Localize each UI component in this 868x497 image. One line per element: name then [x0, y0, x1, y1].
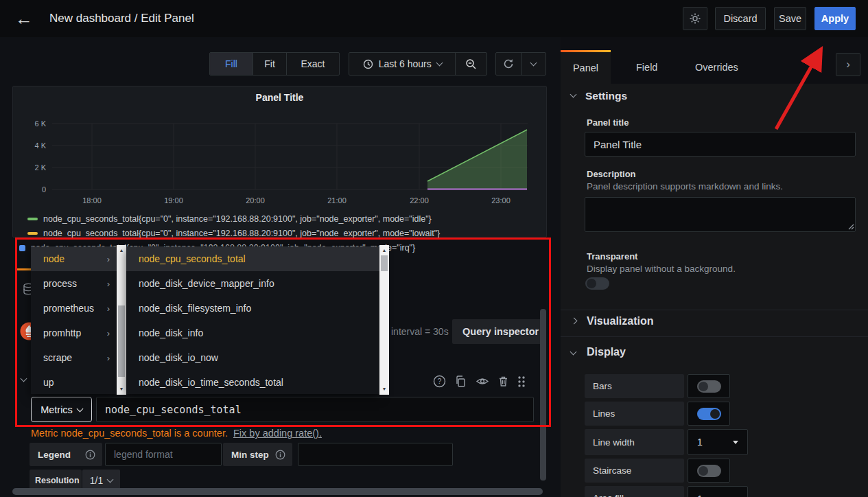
fix-rate-link[interactable]: Fix by adding rate().: [233, 428, 322, 439]
legend-field-label-text: Legend: [38, 450, 71, 460]
description-textarea[interactable]: [585, 197, 856, 232]
area-fill-select[interactable]: 1: [688, 486, 748, 497]
transparent-label: Transparent: [587, 251, 637, 262]
scrollbar-thumb[interactable]: [381, 255, 388, 271]
svg-text:?: ?: [438, 377, 442, 385]
menu-item-label: up: [43, 377, 54, 388]
area-fill-value: 1: [697, 494, 703, 497]
trash-icon[interactable]: [497, 375, 510, 388]
panel-options-pane: Settings Panel title Description Panel d…: [561, 84, 868, 497]
back-arrow-icon[interactable]: ←: [15, 8, 33, 30]
min-step-input[interactable]: [298, 443, 453, 466]
legend-label[interactable]: node_cpu_seconds_total{cpu="0", instance…: [43, 229, 440, 238]
scrollbar-thumb[interactable]: [118, 305, 125, 377]
metrics-dropdown-button[interactable]: Metrics: [31, 397, 92, 422]
counter-warning: Metric node_cpu_seconds_total is a count…: [31, 428, 322, 439]
query-editor-scrollbar[interactable]: [540, 309, 546, 481]
metric-option-label: node_disk_device_mapper_info: [139, 278, 274, 289]
x-tick: 21:00: [327, 196, 347, 205]
scroll-up-icon[interactable]: ▲: [382, 247, 387, 254]
options-sidebar: Panel Field Overrides › Settings Panel t…: [561, 37, 868, 497]
panel-preview-title[interactable]: Panel Title: [13, 92, 546, 103]
query-inspector-button[interactable]: Query inspector: [452, 319, 542, 344]
area-series-idle: [427, 130, 527, 189]
legend-item[interactable]: node_cpu_seconds_total{cpu="0", instance…: [27, 212, 432, 226]
menu-item-process[interactable]: process ›: [31, 271, 117, 296]
time-range-picker[interactable]: Last 6 hours: [349, 53, 455, 75]
visualization-section-title[interactable]: Visualization: [587, 315, 654, 327]
lines-toggle-box: [688, 402, 730, 426]
discard-button[interactable]: Discard: [715, 7, 766, 30]
panel-title-label: Panel title: [587, 117, 629, 128]
line-width-label: Line width: [585, 429, 684, 455]
eye-icon[interactable]: [476, 375, 489, 388]
tab-overrides[interactable]: Overrides: [695, 62, 738, 73]
metric-option[interactable]: node_disk_io_time_seconds_total: [126, 370, 379, 395]
time-controls-group: Last 6 hours: [349, 52, 487, 76]
size-mode-fill[interactable]: Fill: [210, 53, 253, 75]
group-menu-scrollbar[interactable]: ▲ ▼: [117, 245, 126, 395]
query-collapse-chevron-icon[interactable]: [21, 375, 27, 382]
time-range-label: Last 6 hours: [379, 58, 432, 69]
apply-button[interactable]: Apply: [814, 7, 856, 30]
menu-item-up[interactable]: up: [31, 370, 117, 395]
save-button[interactable]: Save: [774, 7, 806, 30]
tab-panel[interactable]: Panel: [561, 50, 611, 84]
legend-item[interactable]: node_cpu_seconds_total{cpu="0", instance…: [27, 227, 440, 240]
metric-option[interactable]: node_disk_io_now: [126, 345, 379, 370]
bars-toggle[interactable]: [697, 380, 721, 393]
series-color-swatch: [27, 232, 38, 235]
menu-item-prometheus[interactable]: prometheus ›: [31, 296, 117, 321]
help-icon[interactable]: ?: [433, 375, 446, 388]
x-tick: 23:00: [491, 196, 511, 205]
y-tick: 0: [42, 185, 46, 194]
size-mode-exact[interactable]: Exact: [286, 53, 339, 75]
resize-handle-icon[interactable]: [848, 224, 854, 230]
panel-size-mode-group: Fill Fit Exact: [209, 52, 340, 76]
scroll-up-icon[interactable]: ▲: [119, 247, 124, 254]
refresh-button[interactable]: [496, 53, 521, 75]
menu-item-scrape[interactable]: scrape ›: [31, 345, 117, 370]
display-collapse-icon[interactable]: [570, 349, 577, 356]
metric-option[interactable]: node_disk_info: [126, 321, 379, 345]
zoom-out-button[interactable]: [455, 53, 486, 75]
line-width-select[interactable]: 1: [688, 429, 748, 455]
legend-format-input[interactable]: [105, 443, 222, 466]
horizontal-scrollbar[interactable]: [12, 488, 543, 495]
legend-label[interactable]: node_cpu_seconds_total{cpu="0", instance…: [43, 214, 432, 224]
refresh-interval-dropdown[interactable]: [521, 53, 546, 75]
toggle-knob: [699, 466, 708, 476]
metric-option[interactable]: node_disk_device_mapper_info: [126, 271, 379, 296]
metric-option-selected[interactable]: node_cpu_seconds_total: [126, 246, 379, 271]
breadcrumb: New dashboard / Edit Panel: [49, 0, 194, 37]
collapse-right-icon: ›: [846, 58, 850, 71]
toggle-knob: [710, 409, 720, 419]
settings-section-title[interactable]: Settings: [585, 90, 627, 102]
menu-item-promhttp[interactable]: promhttp ›: [31, 321, 117, 345]
transparent-toggle[interactable]: [585, 277, 609, 290]
tab-field[interactable]: Field: [636, 62, 657, 73]
panel-settings-button[interactable]: [683, 7, 707, 30]
visualization-collapse-icon[interactable]: [571, 318, 578, 325]
promql-query-input[interactable]: [96, 397, 534, 422]
lines-toggle[interactable]: [697, 408, 721, 420]
staircase-toggle[interactable]: [697, 465, 721, 477]
info-icon: [85, 450, 95, 460]
scroll-down-icon[interactable]: ▼: [119, 386, 124, 393]
display-section-title[interactable]: Display: [587, 346, 626, 358]
size-mode-fit[interactable]: Fit: [253, 53, 286, 75]
metric-option[interactable]: node_disk_filesystem_info: [126, 296, 379, 321]
scroll-down-icon[interactable]: ▼: [382, 386, 387, 393]
warning-text: Metric node_cpu_seconds_total is a count…: [31, 428, 228, 439]
menu-item-node[interactable]: node ›: [31, 246, 117, 271]
time-series-chart[interactable]: 6 K 4 K 2 K 0 18:00 19:00 20:00 21:00 22…: [13, 117, 546, 208]
menu-item-label: promhttp: [43, 327, 81, 338]
drag-handle-icon[interactable]: [517, 375, 526, 388]
settings-collapse-icon[interactable]: [570, 91, 577, 98]
menu-item-label: prometheus: [43, 303, 94, 314]
collapse-sidebar-button[interactable]: ›: [836, 53, 860, 76]
duplicate-icon[interactable]: [454, 375, 467, 388]
transparent-help: Display panel without a background.: [587, 264, 736, 274]
metric-list-scrollbar[interactable]: ▲ ▼: [379, 245, 389, 395]
panel-title-input[interactable]: [585, 132, 856, 157]
